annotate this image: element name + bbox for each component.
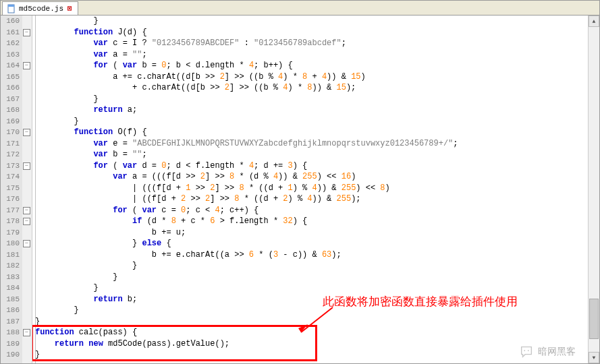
code-line: var c = I ? "0123456789ABCDEF" : "012345… [35, 38, 588, 49]
wechat-icon [519, 344, 534, 359]
code-line: var a = ""; [35, 49, 588, 61]
vertical-scrollbar[interactable]: ▲ ▼ [588, 16, 599, 363]
code-area[interactable]: } function J(d) { var c = I ? "012345678… [32, 16, 588, 363]
file-icon [7, 4, 16, 13]
line-number: 171 [3, 138, 20, 150]
line-number: 189 [3, 338, 20, 350]
code-line: } [35, 116, 588, 127]
line-number: 176 [3, 193, 20, 205]
code-line: for ( var d = 0; d < f.length * 4; d += … [35, 160, 588, 172]
code-line: | (((f[d + 1 >> 2] >> 8 * ((d + 1) % 4))… [35, 183, 588, 194]
line-number: 165 [3, 71, 20, 83]
line-number: 180 [3, 238, 20, 249]
code-line: function O(f) { [35, 127, 588, 138]
fold-toggle[interactable]: − [23, 129, 30, 136]
annotation-text: 此函数将加密函数直接暴露给插件使用 [323, 294, 518, 309]
tab-bar: md5code.js ⊠ [1, 1, 599, 16]
line-number: 166 [3, 82, 20, 94]
line-number: 170 [3, 127, 20, 138]
margin-line [35, 16, 36, 363]
line-number: 172 [3, 149, 20, 160]
code-line: if (d * 8 + c * 6 > f.length * 32) { [35, 216, 588, 227]
tab-close-icon[interactable]: ⊠ [66, 4, 74, 13]
line-number: 183 [3, 272, 20, 283]
line-number: 173 [3, 160, 20, 172]
gutter: 1601611621631641651661671681691701711721… [1, 16, 32, 363]
line-number: 175 [3, 183, 20, 194]
code-line: var e = "ABCDEFGHIJKLMNOPQRSTUVWXYZabcde… [35, 138, 588, 150]
code-line: for ( var c = 0; c < 4; c++) { [35, 205, 588, 216]
scroll-up-button[interactable]: ▲ [589, 16, 599, 27]
fold-toggle[interactable]: − [23, 62, 30, 69]
line-number: 186 [3, 305, 20, 316]
code-line: } [35, 282, 588, 294]
fold-column: −−−−−−−− [22, 16, 32, 363]
line-number: 161 [3, 27, 20, 38]
line-number: 184 [3, 282, 20, 294]
line-number: 188 [3, 327, 20, 338]
line-number: 160 [3, 16, 20, 27]
code-line: } [35, 94, 588, 105]
code-line: } [35, 16, 588, 27]
line-numbers: 1601611621631641651661671681691701711721… [1, 16, 22, 363]
code-line: } [35, 272, 588, 283]
code-line: + c.charAt((d[b >> 2] >> ((b % 4) * 8)) … [35, 82, 588, 94]
line-number: 181 [3, 249, 20, 261]
line-number: 164 [3, 60, 20, 71]
file-tab[interactable]: md5code.js ⊠ [2, 1, 78, 15]
code-line: b += e.charAt((a >> 6 * (3 - c)) & 63); [35, 249, 588, 261]
code-line: | ((f[d + 2 >> 2] >> 8 * ((d + 2) % 4)) … [35, 193, 588, 205]
line-number: 163 [3, 49, 20, 61]
fold-toggle[interactable]: − [23, 240, 30, 247]
editor: 1601611621631641651661671681691701711721… [1, 16, 599, 363]
line-number: 190 [3, 349, 20, 361]
code-line: var a = (((f[d >> 2] >> 8 * (d % 4)) & 2… [35, 171, 588, 183]
line-number: 177 [3, 205, 20, 216]
fold-toggle[interactable]: − [23, 329, 30, 336]
line-number: 174 [3, 171, 20, 183]
scroll-thumb[interactable] [589, 299, 599, 339]
code-line: return a; [35, 104, 588, 116]
fold-toggle[interactable]: − [23, 162, 30, 170]
code-line: a += c.charAt((d[b >> 2] >> ((b % 4) * 8… [35, 71, 588, 83]
line-number: 162 [3, 38, 20, 49]
code-line: for ( var b = 0; b < d.length * 4; b++) … [35, 60, 588, 71]
scroll-down-button[interactable]: ▼ [589, 352, 599, 363]
line-number: 169 [3, 116, 20, 127]
code-line: b += u; [35, 227, 588, 239]
watermark-text: 暗网黑客 [538, 346, 576, 358]
line-number: 187 [3, 316, 20, 328]
svg-point-4 [524, 350, 525, 351]
code-line: return new md5Code(pass).getValue(); [35, 338, 588, 350]
watermark: 暗网黑客 [519, 344, 576, 359]
code-line: } [35, 316, 588, 328]
line-number: 182 [3, 260, 20, 272]
code-line: } [35, 349, 588, 361]
code-line: } [35, 260, 588, 272]
line-number: 185 [3, 294, 20, 305]
tab-filename: md5code.js [19, 5, 63, 13]
fold-toggle[interactable]: − [23, 207, 30, 214]
svg-rect-1 [8, 5, 14, 7]
svg-point-5 [528, 350, 529, 351]
code-line: } else { [35, 238, 588, 249]
line-number: 179 [3, 227, 20, 239]
fold-toggle[interactable]: − [23, 29, 30, 36]
line-number: 167 [3, 94, 20, 105]
code-line: var b = ""; [35, 149, 588, 160]
fold-toggle[interactable]: − [23, 218, 30, 225]
code-line: function J(d) { [35, 27, 588, 38]
line-number: 178 [3, 216, 20, 227]
code-line: function calc(pass) { [35, 327, 588, 338]
line-number: 168 [3, 104, 20, 116]
